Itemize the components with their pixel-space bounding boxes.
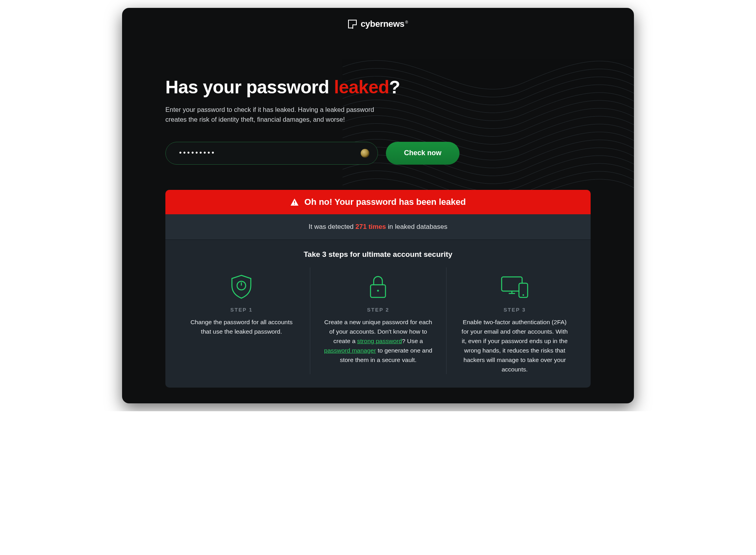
step-1: STEP 1 Change the password for all accou… <box>173 267 310 374</box>
strong-password-link[interactable]: strong password <box>357 338 402 344</box>
step-3: STEP 3 Enable two-factor authentication … <box>446 267 583 374</box>
password-manager-link[interactable]: password manager <box>324 347 376 354</box>
step-label: STEP 1 <box>186 307 297 313</box>
app-window: cybernews® Has your password leaked? Ent… <box>122 8 634 403</box>
lock-icon <box>323 271 434 302</box>
search-row: Check now <box>165 142 591 165</box>
shield-power-icon <box>186 271 297 302</box>
step-label: STEP 3 <box>459 307 570 313</box>
svg-rect-1 <box>294 204 295 204</box>
steps-grid: STEP 1 Change the password for all accou… <box>165 260 591 388</box>
page-title: Has your password leaked? <box>165 76 591 98</box>
svg-point-6 <box>523 294 524 296</box>
step-label: STEP 2 <box>323 307 434 313</box>
check-now-button[interactable]: Check now <box>386 142 460 165</box>
step-text: Enable two-factor authentication (2FA) f… <box>459 317 570 374</box>
detected-summary: It was detected 271 times in leaked data… <box>165 214 591 240</box>
alert-text: Oh no! Your password has been leaked <box>304 197 466 207</box>
key-icon <box>361 149 369 158</box>
logo-text: cybernews® <box>361 19 408 29</box>
svg-rect-0 <box>294 201 295 203</box>
step-text: Change the password for all accounts tha… <box>186 317 297 336</box>
page-subtitle: Enter your password to check if it has l… <box>165 105 386 124</box>
step-2: STEP 2 Create a new unique password for … <box>310 267 447 374</box>
devices-icon <box>459 271 570 302</box>
logo-mark-icon <box>348 20 357 28</box>
logo[interactable]: cybernews® <box>348 19 408 29</box>
warning-icon <box>290 198 299 206</box>
leak-count: 271 times <box>356 223 386 230</box>
steps-heading: Take 3 steps for ultimate account securi… <box>165 240 591 260</box>
result-panel: Oh no! Your password has been leaked It … <box>165 190 591 388</box>
password-field-wrap <box>165 142 378 165</box>
alert-banner: Oh no! Your password has been leaked <box>165 190 591 214</box>
header: cybernews® <box>122 8 634 33</box>
password-input[interactable] <box>165 142 378 165</box>
step-text: Create a new unique password for each of… <box>323 317 434 365</box>
